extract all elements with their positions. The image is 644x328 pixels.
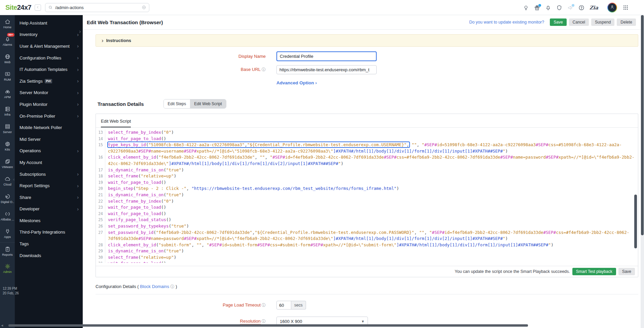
advanced-option-link[interactable]: Advanced Option › <box>276 80 317 85</box>
code-line[interactable]: 21is_dynamic_frame_is_on("true") <box>96 192 638 198</box>
code-line[interactable]: 29is_dynamic_frame_is_on("true") <box>96 248 638 254</box>
menu-item-operations[interactable]: Operations› <box>15 145 83 157</box>
menu-item-developer[interactable]: Developer› <box>15 203 83 215</box>
collapse-search-button[interactable] <box>35 4 41 11</box>
editor-scrollbar[interactable] <box>634 195 637 248</box>
scrollbar-thumb[interactable] <box>641 15 644 235</box>
update-existing-monitor-link[interactable]: Do you want to update existing monitor? <box>469 20 544 25</box>
menu-item-help-assistant[interactable]: Help Assistant <box>15 17 83 29</box>
menu-item-my-account[interactable]: My Account <box>15 157 83 168</box>
suspend-button[interactable]: Suspend <box>591 18 614 26</box>
page-vertical-scrollbar[interactable] <box>641 15 644 328</box>
code-line[interactable]: 24wait_for_page_to_load() <box>96 211 638 217</box>
line-number: 27 <box>96 230 105 236</box>
bell-icon[interactable] <box>545 5 551 11</box>
code-line[interactable]: 28click_element_by_id("submit-form", "",… <box>96 242 638 248</box>
tab-edit-web-script[interactable]: Edit Web Script <box>190 99 226 108</box>
clear-search-icon[interactable] <box>142 5 146 10</box>
code-line[interactable]: 19wait_for_page_to_load() <box>96 179 638 186</box>
code-line[interactable]: 42cc-8062-7df691da33de\"]#XPATH#/html[1]… <box>96 161 638 167</box>
gift-icon[interactable] <box>534 5 540 11</box>
code-text: 42cc-8062-7df691da33de\"]#XPATH#/html[1]… <box>108 161 343 167</box>
rail-collapse-arrow-icon[interactable] <box>12 178 15 182</box>
web-script-editor[interactable]: 13select_frame_by_index("0")14wait_for_p… <box>96 128 638 266</box>
menu-item-share[interactable]: Share› <box>15 192 83 203</box>
main-content: Edit Web Transaction (Browser) Do you wa… <box>83 15 644 328</box>
rail-item-admin[interactable]: Admin <box>0 260 15 277</box>
instructions-accordion[interactable]: › Instructions <box>96 34 638 47</box>
code-line[interactable]: 31wait_for_page_to_load() <box>96 260 638 263</box>
code-line[interactable]: 13select_frame_by_index("0") <box>96 129 638 136</box>
base-url-input[interactable] <box>276 65 377 74</box>
rail-item-apps[interactable]: Apps <box>0 225 15 242</box>
selected-command-highlight: type_keys_by_id("51098fcb-68e3-4122-aa2a… <box>108 142 409 147</box>
code-line[interactable]: 20begin_step("Step - 2 : Click -", "http… <box>96 186 638 192</box>
save-button[interactable]: Save <box>550 18 566 26</box>
rail-item-k8s[interactable]: K8s <box>0 137 15 155</box>
zia-icon[interactable]: Zia <box>590 5 598 11</box>
code-line[interactable]: 27set_password_by_id("f4efb6a9-2bb2-42cc… <box>96 230 638 236</box>
display-name-input[interactable] <box>276 51 377 61</box>
tab-edit-web-script-active[interactable]: Edit Web Script <box>101 119 131 127</box>
block-domains-link[interactable]: Block Domains <box>140 284 169 289</box>
rail-item-alibaba[interactable]: Alibaba ... <box>0 207 15 225</box>
rail-item-infra[interactable]: Infra <box>0 102 15 120</box>
code-line[interactable]: 22select_frame_by_index("0") <box>96 198 638 205</box>
menu-item-mobile-network-poller[interactable]: Mobile Network Poller <box>15 122 83 133</box>
shield-icon[interactable] <box>556 5 562 11</box>
code-line[interactable]: 16click_element_by_id("f4efb6a9-2bb2-42c… <box>96 154 638 161</box>
menu-item-on-premise-poller[interactable]: On-Premise Poller› <box>15 110 83 122</box>
code-line[interactable]: 25verify_page_load_status() <box>96 217 638 223</box>
menu-item-configuration-profiles[interactable]: Configuration Profiles› <box>15 52 83 64</box>
code-line[interactable]: 15type_keys_by_id("51098fcb-68e3-4122-aa… <box>96 142 638 148</box>
cancel-button[interactable]: Cancel <box>569 18 589 26</box>
menu-item-server-monitor[interactable]: Server Monitor› <box>15 87 83 99</box>
scroll-left-arrow-icon[interactable]: ◀ <box>1 324 3 327</box>
search-input[interactable] <box>55 5 142 10</box>
code-line[interactable]: 23wait_for_page_to_load() <box>96 204 638 211</box>
menu-item-report-settings[interactable]: Report Settings› <box>15 180 83 192</box>
megaphone-icon[interactable] <box>567 5 573 11</box>
info-icon: ⓘ <box>171 284 175 289</box>
help-icon[interactable] <box>578 5 584 11</box>
scrollbar-thumb[interactable] <box>8 324 528 327</box>
line-number: 30 <box>96 254 105 261</box>
menu-item-plugin-monitor[interactable]: Plugin Monitor› <box>15 98 83 110</box>
user-avatar[interactable] <box>607 3 617 12</box>
rail-item-digital-o[interactable]: Digital O.. <box>0 190 15 207</box>
menu-item-it-automation-templates[interactable]: IT Automation Templates› <box>15 64 83 75</box>
bulb-icon[interactable] <box>523 5 529 11</box>
rail-item-rum[interactable]: RUM <box>0 68 15 85</box>
code-line[interactable]: c92276098aa3#SEP#name=username#SEP#xpath… <box>96 148 638 155</box>
code-line[interactable]: 30select_frame("relative=up") <box>96 254 638 261</box>
code-line[interactable]: 17is_dynamic_frame_is_on("true") <box>96 167 638 173</box>
tab-edit-steps[interactable]: Edit Steps <box>164 99 190 108</box>
menu-item-third-party-integrations[interactable]: Third-Party Integrations <box>15 227 83 238</box>
rail-item-apm[interactable]: APM <box>0 85 15 102</box>
rail-item-home[interactable]: Home <box>0 15 15 33</box>
menu-item-downloads[interactable]: Downloads <box>15 250 83 261</box>
rail-item-reports[interactable]: Reports <box>0 242 15 260</box>
menu-item-mid-server[interactable]: Mid Server <box>15 133 83 145</box>
menu-item-subscriptions[interactable]: Subscriptions› <box>15 168 83 180</box>
rail-item-alarms[interactable]: Alarms99+ <box>0 33 15 50</box>
rail-item-vmware[interactable]: VMware <box>0 155 15 172</box>
menu-item-user-alert-management[interactable]: User & Alert Management› <box>15 40 83 52</box>
page-load-timeout-input[interactable] <box>276 301 291 310</box>
script-save-button[interactable]: Save <box>618 268 635 275</box>
delete-button[interactable]: Delete <box>617 18 636 26</box>
code-line[interactable]: 26set_password_by_typekeys("true") <box>96 223 638 230</box>
code-line[interactable]: 7df691da33de#SEP#name=password#SEP#xpath… <box>96 236 638 242</box>
menu-item-inventory[interactable]: Inventory› <box>15 29 83 41</box>
apps-grid-icon[interactable] <box>623 5 629 10</box>
menu-item-tags[interactable]: Tags <box>15 238 83 250</box>
menu-item-milestones[interactable]: Milestones <box>15 215 83 227</box>
menu-collapse-arrow-icon[interactable] <box>78 29 82 35</box>
menu-item-zia-settings[interactable]: Zia SettingsPvt› <box>15 75 83 87</box>
rail-item-server[interactable]: Server <box>0 120 15 137</box>
rail-item-web[interactable]: Web <box>0 50 15 68</box>
code-line[interactable]: 14wait_for_page_to_load() <box>96 136 638 142</box>
smart-test-playback-button[interactable]: Smart Test playback <box>572 268 616 275</box>
digital-ops-icon <box>5 194 10 199</box>
code-line[interactable]: 18select_frame("relative=up") <box>96 173 638 179</box>
